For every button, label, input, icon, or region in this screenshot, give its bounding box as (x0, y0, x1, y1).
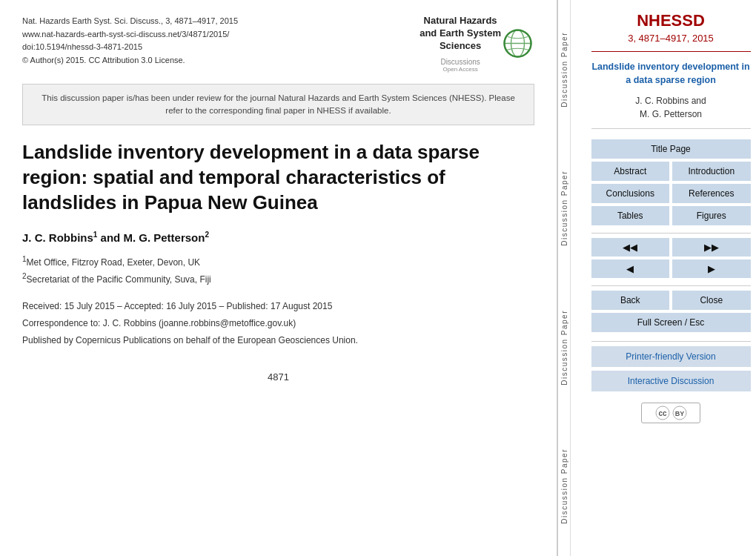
abstract-button[interactable]: Abstract (591, 162, 670, 181)
received-text: Received: 15 July 2015 (22, 301, 115, 311)
page-number: 4871 (22, 371, 534, 383)
back-button[interactable]: Back (591, 291, 670, 310)
last-page-button[interactable]: ▶▶ (672, 238, 751, 257)
journal-branding: Natural Hazards and Earth System Science… (405, 15, 534, 73)
references-button[interactable]: References (672, 184, 751, 203)
printer-friendly-button[interactable]: Printer-friendly Version (591, 346, 751, 367)
notice-text: This discussion paper is/has been under … (42, 93, 515, 115)
conclusions-references-row: Conclusions References (591, 184, 751, 203)
tables-button[interactable]: Tables (591, 206, 670, 225)
strip1: Discussion Paper (560, 32, 568, 107)
svg-text:BY: BY (674, 410, 684, 417)
authors-and: and (101, 231, 121, 244)
author2-name: M. G. Petterson (123, 231, 205, 244)
first-last-row: ◀◀ ▶▶ (591, 238, 751, 257)
by-icon: BY (672, 406, 687, 420)
discussions-label: Discussions (440, 58, 480, 66)
article-title: Landslide inventory development in a dat… (22, 140, 534, 215)
svg-text:cc: cc (658, 409, 667, 417)
conclusions-button[interactable]: Conclusions (591, 184, 670, 203)
first-page-button[interactable]: ◀◀ (591, 238, 670, 257)
published-by-line: Published by Copernicus Publications on … (22, 332, 534, 349)
doi-text: doi:10.5194/nhessd-3-4871-2015 (22, 41, 238, 54)
globe-icon (501, 27, 534, 60)
abstract-intro-row: Abstract Introduction (591, 162, 751, 181)
cc-license: cc BY (641, 403, 700, 423)
title-page-button[interactable]: Title Page (591, 139, 751, 159)
right-sidebar: NHESSD 3, 4871–4917, 2015 Landslide inve… (571, 0, 756, 556)
citation-text: Nat. Hazards Earth Syst. Sci. Discuss., … (22, 15, 238, 28)
strip3: Discussion Paper (560, 310, 568, 385)
url-text: www.nat-hazards-earth-syst-sci-discuss.n… (22, 28, 238, 42)
tables-figures-row: Tables Figures (591, 206, 751, 225)
citation-block: Nat. Hazards Earth Syst. Sci. Discuss., … (22, 15, 238, 67)
journal-name-line1: Natural Hazards (424, 15, 497, 27)
accepted-text: Accepted: 16 July 2015 (124, 301, 216, 311)
strip4: Discussion Paper (560, 449, 568, 524)
prev-page-button[interactable]: ◀ (591, 259, 670, 278)
published-text: Published: 17 August 2015 (227, 301, 333, 311)
discussion-paper-strips: Discussion Paper Discussion Paper Discus… (557, 0, 571, 556)
article-header: Nat. Hazards Earth Syst. Sci. Discuss., … (22, 15, 534, 73)
fullscreen-button[interactable]: Full Screen / Esc (591, 313, 751, 332)
sidebar-paper-title: Landslide inventory development in a dat… (591, 61, 751, 87)
sidebar-author1: J. C. Robbins and (591, 94, 751, 107)
journal-name-line2: and Earth System (420, 27, 501, 40)
article-metadata: Received: 15 July 2015 – Accepted: 16 Ju… (22, 298, 534, 348)
sidebar-author2: M. G. Petterson (591, 107, 751, 121)
back-close-row: Back Close (591, 291, 751, 310)
author1-name: J. C. Robbins (22, 231, 93, 244)
author2-superscript: 2 (205, 231, 209, 239)
affiliation1: 1Met Office, Fitzroy Road, Exeter, Devon… (22, 253, 534, 270)
open-access-label: Open Access (443, 66, 478, 73)
cc-badge: cc BY (641, 403, 700, 423)
journal-title-block: Natural Hazards and Earth System Science… (420, 15, 501, 73)
strip2: Discussion Paper (560, 171, 568, 246)
cc-icon: cc (655, 406, 670, 420)
dates-line: Received: 15 July 2015 – Accepted: 16 Ju… (22, 298, 534, 315)
interactive-discussion-button[interactable]: Interactive Discussion (591, 371, 751, 391)
affiliations-block: 1Met Office, Fitzroy Road, Exeter, Devon… (22, 253, 534, 288)
sidebar-content: NHESSD 3, 4871–4917, 2015 Landslide inve… (591, 11, 751, 423)
correspondence-line: Correspondence to: J. C. Robbins (joanne… (22, 315, 534, 332)
divider3 (591, 341, 751, 342)
authors-line: J. C. Robbins1 and M. G. Petterson2 (22, 231, 534, 244)
next-page-button[interactable]: ▶ (672, 259, 751, 278)
discussion-notice: This discussion paper is/has been under … (22, 84, 534, 126)
sidebar-authors: J. C. Robbins and M. G. Petterson (591, 94, 751, 129)
close-button[interactable]: Close (672, 291, 751, 310)
nhessd-title: NHESSD (637, 11, 705, 30)
prev-next-row: ◀ ▶ (591, 259, 751, 278)
author1-superscript: 1 (93, 231, 98, 239)
nhessd-volume: 3, 4871–4917, 2015 (591, 33, 751, 52)
divider1 (591, 233, 751, 234)
affiliation2: 2Secretariat of the Pacific Community, S… (22, 270, 534, 287)
copyright-text: © Author(s) 2015. CC Attribution 3.0 Lic… (22, 54, 238, 67)
journal-name-line3: Sciences (440, 40, 481, 53)
figures-button[interactable]: Figures (672, 206, 751, 225)
main-content: Nat. Hazards Earth Syst. Sci. Discuss., … (0, 0, 557, 556)
introduction-button[interactable]: Introduction (672, 162, 751, 181)
divider2 (591, 285, 751, 286)
